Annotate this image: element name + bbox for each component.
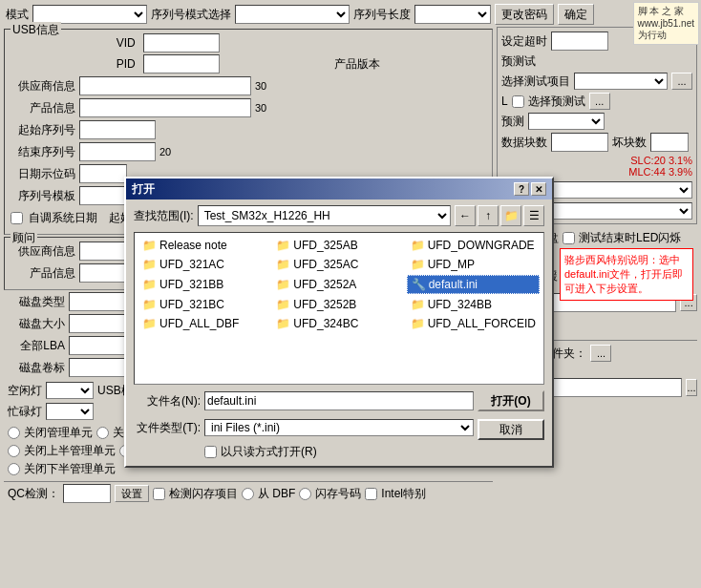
- date-input[interactable]: [79, 164, 127, 183]
- close-mgmt-radio[interactable]: [8, 427, 20, 439]
- check-save-label: 检测闪存项目: [169, 486, 238, 502]
- file-item[interactable]: 📁UFD_MP: [407, 256, 540, 273]
- test-end-led-label: 测试结束时LED闪烁: [579, 230, 681, 246]
- check-save-cb[interactable]: [153, 488, 165, 500]
- lookin-select[interactable]: Test_SM32x_H1226_HH: [198, 205, 451, 226]
- file-item-label: UFD_MP: [428, 258, 475, 271]
- file-item[interactable]: 🔧default.ini: [407, 275, 540, 294]
- rom-input[interactable]: [533, 378, 682, 397]
- cancel-button[interactable]: 取消: [478, 419, 544, 440]
- dialog-close-btn[interactable]: ✕: [531, 182, 546, 196]
- select-test-select[interactable]: [574, 73, 668, 90]
- view-btn[interactable]: ☰: [523, 205, 544, 226]
- dialog-toolbar-icons: ← ↑ 📁 ☰: [455, 205, 544, 226]
- usb-section-label: USB信息: [11, 22, 61, 38]
- close-special-radio[interactable]: [96, 427, 109, 439]
- dialog-help-btn[interactable]: ?: [514, 182, 529, 196]
- flash-code-radio[interactable]: [299, 488, 311, 500]
- data-count-input[interactable]: [551, 133, 608, 152]
- file-item[interactable]: 📁UFD_ALL_DBF: [138, 315, 270, 332]
- new-folder-btn[interactable]: 📁: [500, 205, 521, 226]
- file-item[interactable]: 📁UFD_324BB: [407, 296, 540, 313]
- filetype-select[interactable]: ini Files (*.ini): [204, 419, 474, 436]
- select-pretest-ellipsis[interactable]: ...: [589, 93, 610, 110]
- serial-mode-label: 序列号模式选择: [151, 7, 231, 23]
- select-test-ellipsis[interactable]: ...: [671, 73, 692, 90]
- file-item-label: UFD_325AB: [293, 239, 357, 252]
- watermark: 脚 本 之 家 www.jb51.net 为行动: [633, 2, 699, 45]
- serial-mode-select[interactable]: [235, 5, 350, 24]
- mode-select[interactable]: [32, 5, 147, 24]
- filename-row: 文件名(N): 打开(O): [134, 390, 544, 411]
- filename-input[interactable]: [204, 391, 474, 410]
- up-btn[interactable]: ↑: [478, 205, 499, 226]
- select-pretest-cb[interactable]: [512, 95, 524, 108]
- file-item-label: UFD_321BB: [159, 278, 223, 291]
- note-balloon: 骆步西风特别说明：选中default.ini文件，打开后即可进入下步设置。: [560, 248, 693, 301]
- from-dbf-radio[interactable]: [242, 488, 254, 500]
- vid-input[interactable]: [143, 33, 220, 52]
- busy-light-select[interactable]: [46, 403, 94, 420]
- change-pwd-button[interactable]: 更改密码: [495, 4, 554, 25]
- file-item-label: UFD_ALL_DBF: [159, 317, 239, 330]
- readonly-checkbox[interactable]: [204, 446, 217, 458]
- file-item[interactable]: 📁UFD_DOWNGRADE: [407, 237, 540, 254]
- length-select[interactable]: [414, 5, 491, 24]
- from-dbf-label: 从 DBF: [258, 486, 295, 502]
- predict-select[interactable]: [528, 113, 605, 130]
- file-item[interactable]: 📁UFD_ALL_FORCEID: [407, 315, 540, 332]
- date-label: 日期示位码: [9, 166, 75, 182]
- file-item-label: UFD_321AC: [159, 258, 224, 271]
- pid-input[interactable]: [143, 54, 220, 74]
- ini-icon: 🔧: [412, 278, 426, 291]
- file-item[interactable]: 📁UFD_324BC: [272, 315, 404, 332]
- idle-light-label: 空闲灯: [8, 383, 42, 399]
- qc-setting-btn[interactable]: 设置: [115, 485, 149, 502]
- auto-date-checkbox[interactable]: [11, 212, 23, 224]
- file-item[interactable]: 📁UFD_321BB: [138, 275, 270, 294]
- main-window: 脚 本 之 家 www.jb51.net 为行动 模式 序列号模式选择 序列号长…: [0, 0, 701, 588]
- data-count-label: 数据块数: [501, 135, 547, 151]
- advisory-label: 顾问: [11, 230, 37, 246]
- file-item[interactable]: 📁UFD_321AC: [138, 256, 270, 273]
- file-item[interactable]: 📁Release note: [138, 237, 270, 254]
- product-input[interactable]: [79, 98, 251, 117]
- back-btn[interactable]: ←: [455, 205, 476, 226]
- end-serial-label: 结束序列号: [9, 144, 75, 160]
- test-end-led-cb[interactable]: [563, 232, 575, 244]
- timeout-input[interactable]: [551, 32, 608, 51]
- rom-ellipsis[interactable]: ...: [686, 379, 697, 396]
- file-list-area: 📁Release note📁UFD_325AB📁UFD_DOWNGRADE📁UF…: [134, 232, 544, 385]
- start-serial-input[interactable]: [79, 120, 156, 139]
- flash-code-label: 闪存号码: [315, 486, 361, 502]
- confirm-button[interactable]: 确定: [558, 4, 594, 25]
- product-ver-label: 产品版本: [334, 56, 488, 73]
- idle-light-select[interactable]: [46, 382, 94, 399]
- dialog-controls: ? ✕: [514, 182, 546, 196]
- cid-isp-ellipsis[interactable]: ...: [590, 345, 611, 362]
- folder-icon: 📁: [276, 239, 290, 252]
- file-item-label: default.ini: [429, 278, 478, 291]
- close-lower-radio[interactable]: [8, 463, 20, 475]
- bad-count-input[interactable]: [650, 133, 689, 152]
- file-item[interactable]: 📁UFD_3252A: [272, 275, 404, 294]
- file-item-label: UFD_3252B: [293, 298, 356, 311]
- supplier-input[interactable]: [79, 76, 251, 95]
- folder-icon: 📁: [276, 298, 290, 311]
- file-item[interactable]: 📁UFD_325AC: [272, 256, 404, 273]
- close-upper-radio[interactable]: [8, 445, 20, 457]
- file-item[interactable]: 📁UFD_325AB: [272, 237, 404, 254]
- end-serial-input[interactable]: [79, 142, 156, 161]
- close-lower-label: 关闭下半管理单元: [24, 461, 116, 477]
- file-item[interactable]: 📁UFD_3252B: [272, 296, 404, 313]
- timeout-label: 设定超时: [501, 33, 547, 50]
- file-item[interactable]: 📁UFD_321BC: [138, 296, 270, 313]
- qc-label: QC检测：: [8, 486, 59, 502]
- intel-cb[interactable]: [365, 488, 377, 500]
- folder-icon: 📁: [142, 258, 157, 271]
- select-test-label: 选择测试项目: [501, 74, 570, 90]
- file-item-label: UFD_324BC: [293, 317, 358, 330]
- file-item-label: UFD_3252A: [293, 278, 356, 291]
- qc-input[interactable]: [63, 484, 111, 503]
- open-button[interactable]: 打开(O): [478, 390, 544, 411]
